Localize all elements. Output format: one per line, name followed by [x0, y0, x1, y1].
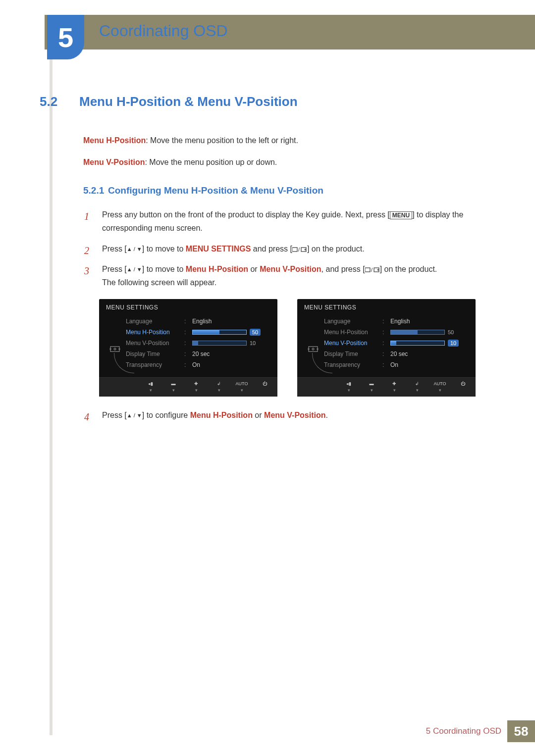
page-footer: 5 Coordinating OSD 58 — [426, 720, 535, 742]
svg-point-13 — [312, 348, 314, 350]
osd-footer: ◂▮▾ ▬▾ ✚▾ ↲▾ AUTO▾ ⏻ — [297, 377, 476, 397]
osd-footer-minus-icon: ▬▾ — [365, 381, 378, 393]
step-3-t2: Menu V-Position — [260, 265, 321, 273]
step-2-mid2: and press [ — [251, 245, 292, 253]
osd-footer-auto: AUTO▾ — [235, 381, 249, 393]
desc-v-text: : Move the menu position up or down. — [145, 158, 277, 166]
osd-label: Language — [126, 318, 180, 325]
osd-screenshots: MENU SETTINGS Language : English Menu H-… — [99, 299, 505, 397]
desc-v-label: Menu V-Position — [83, 158, 145, 166]
osd-slider — [390, 330, 445, 335]
osd-row-language: Language : English — [324, 316, 471, 327]
step-num: 2 — [84, 242, 89, 259]
step-2-post: ] on the product. — [307, 245, 365, 253]
osd-value: English — [390, 318, 410, 325]
osd-value: 20 sec — [390, 351, 408, 357]
step-2-mid: ] to move to — [142, 245, 186, 253]
osd-footer-enter-icon: ↲▾ — [410, 381, 424, 393]
osd-footer-back-icon: ◂▮▾ — [144, 381, 158, 393]
osd-slider — [192, 330, 247, 335]
osd-panel-h: MENU SETTINGS Language : English Menu H-… — [99, 299, 277, 397]
osd-row-transparency: Transparency : On — [324, 359, 471, 370]
step-4-mid: ] to configure — [142, 411, 190, 419]
osd-header: MENU SETTINGS — [297, 299, 476, 314]
osd-label: Menu V-Position — [324, 340, 378, 347]
steps-list-continued: 4 Press [▲ / ▼] to configure Menu H-Posi… — [84, 408, 505, 422]
chapter-title: Coordinating OSD — [99, 22, 228, 40]
step-2-pre: Press [ — [102, 245, 127, 253]
step-2-target: MENU SETTINGS — [186, 245, 251, 253]
step-3-line2: The following screen will appear. — [102, 278, 216, 287]
step-3-mid2: , and press [ — [321, 265, 365, 273]
enter-source-icon: / — [292, 245, 307, 253]
osd-side-icon — [104, 316, 126, 370]
osd-footer: ◂▮▾ ▬▾ ✚▾ ↲▾ AUTO▾ ⏻ — [99, 377, 277, 397]
osd-slider — [390, 341, 445, 346]
colon: : — [184, 351, 188, 357]
step-4: 4 Press [▲ / ▼] to configure Menu H-Posi… — [84, 408, 505, 422]
osd-slider-value: 10 — [250, 340, 261, 346]
colon: : — [184, 318, 188, 325]
osd-footer-minus-icon: ▬▾ — [166, 381, 180, 393]
section-title-text: Menu H-Position & Menu V-Position — [79, 94, 298, 109]
enter-source-icon: / — [365, 265, 380, 273]
step-3-mid: ] to move to — [142, 265, 186, 273]
osd-side-icon — [302, 316, 324, 370]
colon: : — [382, 329, 386, 336]
page-number: 58 — [507, 720, 535, 742]
step-1: 1 Press any button on the front of the p… — [84, 208, 505, 235]
osd-slider — [192, 341, 247, 346]
step-num: 3 — [84, 262, 89, 279]
step-num: 4 — [84, 408, 89, 425]
colon: : — [184, 340, 188, 347]
svg-rect-6 — [110, 347, 119, 352]
osd-label: Menu H-Position — [126, 329, 180, 336]
step-4-pre: Press [ — [102, 411, 127, 419]
desc-h-position: Menu H-Position: Move the menu position … — [83, 134, 505, 147]
osd-footer-plus-icon: ✚▾ — [387, 381, 401, 393]
osd-header: MENU SETTINGS — [99, 299, 277, 314]
step-4-or: or — [253, 411, 264, 419]
monitor-icon — [109, 346, 120, 353]
svg-point-9 — [114, 348, 116, 350]
svg-rect-3 — [365, 268, 370, 272]
step-3-t1: Menu H-Position — [186, 265, 248, 273]
desc-h-label: Menu H-Position — [83, 136, 146, 145]
svg-text:/: / — [298, 247, 300, 252]
subsection-title-text: Configuring Menu H-Position & Menu V-Pos… — [108, 185, 323, 196]
step-4-t1: Menu H-Position — [190, 411, 253, 419]
osd-value: 20 sec — [192, 351, 210, 357]
osd-slider-value: 10 — [448, 340, 459, 347]
osd-row-v-position: Menu V-Position : 10 — [126, 338, 272, 349]
osd-row-language: Language : English — [126, 316, 272, 327]
osd-footer-power-icon: ⏻ — [456, 381, 470, 393]
step-3-post: ] on the product. — [380, 265, 437, 273]
desc-v-position: Menu V-Position: Move the menu position … — [83, 156, 505, 169]
svg-text:/: / — [371, 267, 373, 273]
osd-row-display-time: Display Time : 20 sec — [324, 349, 471, 359]
monitor-icon — [308, 346, 319, 353]
step-3-or: or — [248, 265, 260, 273]
osd-footer-power-icon: ⏻ — [258, 381, 271, 393]
up-down-icon: ▲ / ▼ — [127, 412, 142, 418]
up-down-icon: ▲ / ▼ — [127, 246, 142, 252]
colon: : — [382, 351, 386, 357]
svg-rect-10 — [309, 347, 318, 352]
colon: : — [184, 361, 188, 368]
osd-footer-auto: AUTO▾ — [433, 381, 447, 393]
step-3-pre: Press [ — [102, 265, 127, 273]
osd-slider-value: 50 — [448, 329, 459, 335]
section-number: 5.2 — [40, 94, 79, 109]
menu-key: MENU — [390, 211, 412, 219]
step-3: 3 Press [▲ / ▼] to move to Menu H-Positi… — [84, 262, 505, 289]
osd-slider-value: 50 — [250, 329, 261, 336]
svg-rect-0 — [292, 248, 297, 252]
step-2: 2 Press [▲ / ▼] to move to MENU SETTINGS… — [84, 242, 505, 255]
subsection-title: 5.2.1Configuring Menu H-Position & Menu … — [83, 185, 505, 196]
step-4-t2: Menu V-Position — [264, 411, 325, 419]
colon: : — [382, 361, 386, 368]
colon: : — [184, 329, 188, 336]
osd-value: On — [192, 361, 200, 368]
step-4-post: . — [326, 411, 328, 419]
osd-row-h-position: Menu H-Position : 50 — [324, 327, 471, 338]
